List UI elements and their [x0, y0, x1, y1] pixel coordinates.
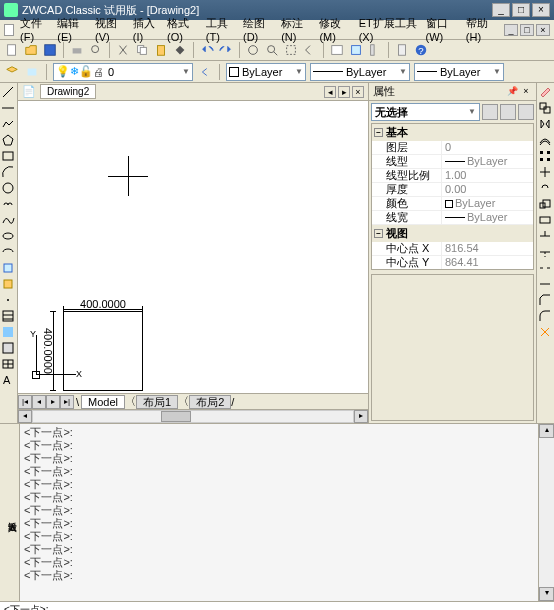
rotate-icon[interactable]	[538, 181, 552, 195]
circle-icon[interactable]	[1, 181, 15, 195]
scroll-up-button[interactable]: ▴	[539, 424, 554, 438]
menu-window[interactable]: 窗口(W)	[426, 16, 458, 43]
redo-icon[interactable]	[218, 42, 234, 58]
layer-prev-icon[interactable]	[197, 64, 213, 80]
tab-close-button[interactable]: ×	[352, 86, 364, 98]
explode-icon[interactable]	[538, 325, 552, 339]
lineweight-combo[interactable]: ByLayer ▼	[414, 63, 504, 81]
menu-help[interactable]: 帮助(H)	[466, 16, 496, 43]
hatch-icon[interactable]	[1, 309, 15, 323]
scroll-right-button[interactable]: ▸	[354, 410, 368, 423]
prop-color-value[interactable]: ByLayer	[442, 197, 533, 211]
gradient-icon[interactable]	[1, 325, 15, 339]
block-icon[interactable]	[1, 277, 15, 291]
command-history[interactable]: <下一点>: <下一点>: <下一点>: <下一点>: <下一点>: <下一点>…	[20, 424, 538, 601]
new-icon[interactable]	[4, 42, 20, 58]
properties-icon[interactable]	[329, 42, 345, 58]
design-center-icon[interactable]	[348, 42, 364, 58]
print-icon[interactable]	[69, 42, 85, 58]
offset-icon[interactable]	[538, 133, 552, 147]
model-tab[interactable]: Model	[81, 395, 125, 409]
match-icon[interactable]	[172, 42, 188, 58]
document-tab[interactable]: Drawing2	[40, 84, 96, 99]
menu-dimension[interactable]: 标注(N)	[281, 16, 311, 43]
region-icon[interactable]	[1, 341, 15, 355]
extend-icon[interactable]	[538, 245, 552, 259]
layer-states-icon[interactable]	[24, 64, 40, 80]
maximize-button[interactable]: □	[512, 3, 530, 17]
command-scrollbar[interactable]: ▴ ▾	[538, 424, 554, 601]
menu-modify[interactable]: 修改(M)	[319, 16, 350, 43]
prop-layer-value[interactable]: 0	[442, 141, 533, 155]
tab-right-button[interactable]: ▸	[338, 86, 350, 98]
paste-icon[interactable]	[153, 42, 169, 58]
panel-pin-button[interactable]: 📌	[506, 86, 518, 98]
layout1-tab[interactable]: 布局1	[136, 395, 178, 409]
prop-cx-value[interactable]: 816.54	[442, 242, 533, 256]
prop-linetype-value[interactable]: ByLayer	[442, 155, 533, 169]
toggle-pickadd-icon[interactable]	[518, 104, 534, 120]
menu-view[interactable]: 视图(V)	[95, 16, 125, 43]
ellipse-icon[interactable]	[1, 229, 15, 243]
fillet-icon[interactable]	[538, 309, 552, 323]
stretch-icon[interactable]	[538, 213, 552, 227]
open-icon[interactable]	[23, 42, 39, 58]
prop-ltscale-value[interactable]: 1.00	[442, 169, 533, 183]
copy-obj-icon[interactable]	[538, 101, 552, 115]
chamfer-icon[interactable]	[538, 293, 552, 307]
scroll-thumb[interactable]	[161, 411, 191, 422]
prop-lineweight-value[interactable]: ByLayer	[442, 211, 533, 225]
menu-draw[interactable]: 绘图(D)	[243, 16, 273, 43]
scroll-left-button[interactable]: ◂	[18, 410, 32, 423]
tab-next-button[interactable]: ▸	[46, 395, 60, 409]
close-button[interactable]: ×	[532, 3, 550, 17]
horizontal-scrollbar[interactable]: ◂ ▸	[18, 409, 368, 423]
scale-icon[interactable]	[538, 197, 552, 211]
save-icon[interactable]	[42, 42, 58, 58]
scroll-down-button[interactable]: ▾	[539, 587, 554, 601]
layer-combo[interactable]: 💡❄🔓🖨 0 ▼	[53, 63, 193, 81]
line-icon[interactable]	[1, 85, 15, 99]
tab-prev-button[interactable]: ◂	[32, 395, 46, 409]
panel-close-button[interactable]: ×	[520, 86, 532, 98]
point-icon[interactable]	[1, 293, 15, 307]
menu-insert[interactable]: 插入(I)	[133, 16, 159, 43]
tab-first-button[interactable]: |◂	[18, 395, 32, 409]
menu-edit[interactable]: 编辑(E)	[57, 16, 87, 43]
break-icon[interactable]	[538, 261, 552, 275]
prop-thickness-value[interactable]: 0.00	[442, 183, 533, 197]
polygon-icon[interactable]	[1, 133, 15, 147]
preview-icon[interactable]	[88, 42, 104, 58]
array-icon[interactable]	[538, 149, 552, 163]
minimize-button[interactable]: _	[492, 3, 510, 17]
table-icon[interactable]	[1, 357, 15, 371]
mirror-icon[interactable]	[538, 117, 552, 131]
pan-icon[interactable]	[245, 42, 261, 58]
tab-last-button[interactable]: ▸|	[60, 395, 74, 409]
ellipse-arc-icon[interactable]	[1, 245, 15, 259]
color-combo[interactable]: ByLayer ▼	[226, 63, 306, 81]
select-objects-icon[interactable]	[500, 104, 516, 120]
prop-cy-value[interactable]: 864.41	[442, 256, 533, 270]
erase-icon[interactable]	[538, 85, 552, 99]
xline-icon[interactable]	[1, 101, 15, 115]
move-icon[interactable]	[538, 165, 552, 179]
zoom-prev-icon[interactable]	[302, 42, 318, 58]
mtext-icon[interactable]: A	[1, 373, 15, 387]
mdi-minimize-button[interactable]: _	[504, 24, 518, 36]
rectangle-icon[interactable]	[1, 149, 15, 163]
menu-format[interactable]: 格式(O)	[167, 16, 198, 43]
command-input[interactable]	[52, 602, 554, 610]
calc-icon[interactable]	[394, 42, 410, 58]
zoom-window-icon[interactable]	[283, 42, 299, 58]
category-view[interactable]: −视图	[372, 225, 533, 242]
selection-combo[interactable]: 无选择 ▼	[371, 103, 480, 121]
menu-file[interactable]: 文件(F)	[20, 16, 49, 43]
zoom-icon[interactable]	[264, 42, 280, 58]
tab-left-button[interactable]: ◂	[324, 86, 336, 98]
layer-manager-icon[interactable]	[4, 64, 20, 80]
arc-icon[interactable]	[1, 165, 15, 179]
category-basic[interactable]: −基本	[372, 124, 533, 141]
menu-tools[interactable]: 工具(T)	[206, 16, 235, 43]
polyline-icon[interactable]	[1, 117, 15, 131]
